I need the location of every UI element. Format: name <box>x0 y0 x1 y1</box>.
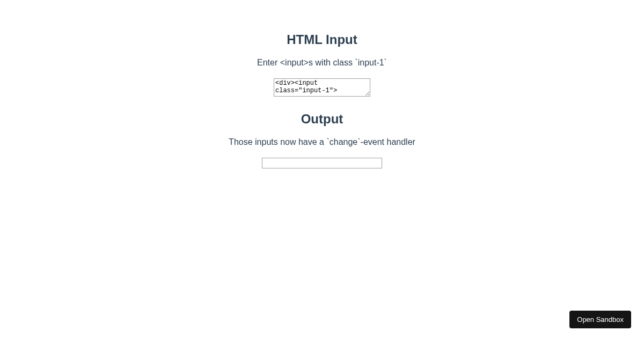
output-input-field[interactable] <box>262 158 382 168</box>
html-input-textarea[interactable]: <div><input class="input-1"> <box>274 78 370 97</box>
main-container: HTML Input Enter <input>s with class `in… <box>0 0 644 168</box>
output-description: Those inputs now have a `change`-event h… <box>0 137 644 147</box>
html-input-description: Enter <input>s with class `input-1` <box>0 58 644 68</box>
output-heading: Output <box>0 112 644 127</box>
html-input-heading: HTML Input <box>0 32 644 47</box>
open-sandbox-button[interactable]: Open Sandbox <box>569 311 631 328</box>
